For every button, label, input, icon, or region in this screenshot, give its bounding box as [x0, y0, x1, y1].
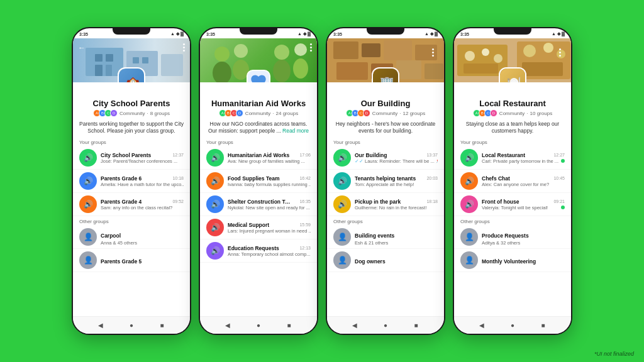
- other-group-4-0[interactable]: 👤 Produce Requests Aditya & 32 others: [454, 226, 571, 249]
- community-type-2: Community: [245, 111, 270, 116]
- phone-notch-3: [367, 28, 404, 35]
- group-name-row-3-0: Our Building 13:37: [355, 152, 438, 158]
- svg-rect-3: [95, 65, 103, 76]
- back-icon-1[interactable]: ←: [78, 43, 86, 52]
- group-list-3: 🔊 Our Building 13:37 ✓✓ Laura: Reminder:…: [327, 146, 444, 316]
- nav-back-icon-4[interactable]: ◀: [477, 321, 486, 330]
- group-name-row-1-2: Parents Grade 4 09:52: [101, 199, 184, 205]
- nav-home-icon-3[interactable]: ●: [381, 321, 390, 330]
- community-type-1: Community: [119, 111, 145, 116]
- group-item-1-1[interactable]: 🔊 Parents Grade 6 10:18 Amelia: Have a m…: [73, 170, 190, 193]
- pin-icon-3-0: 📌: [436, 158, 438, 163]
- status-icons-2: ▲ ◆ ▓: [297, 31, 311, 36]
- other-group-msg-1-0: Anna & 45 others: [101, 240, 184, 246]
- community-avatar-1: 🏫: [118, 67, 145, 82]
- group-time-1-2: 09:52: [172, 199, 184, 204]
- group-time-4-2: 09:21: [553, 199, 565, 204]
- svg-point-34: [543, 43, 553, 53]
- unread-dot-4-2: [561, 206, 565, 209]
- nav-recent-icon-1[interactable]: ■: [158, 321, 167, 330]
- other-group-name-3-0: Building events: [355, 233, 394, 239]
- svg-rect-25: [425, 63, 443, 79]
- bottom-bar-3: ◀ ● ■: [327, 316, 444, 334]
- other-group-3-0[interactable]: 👤 Building events Esh & 21 others: [327, 226, 444, 249]
- group-time-1-0: 12:37: [172, 153, 184, 157]
- group-msg-4-0: Carl: Private party tomorrow in the ...: [482, 158, 565, 164]
- group-name-row-2-2: Shelter Construction Team 16:35: [228, 199, 311, 205]
- svg-point-9: [214, 47, 230, 62]
- svg-rect-8: [161, 54, 183, 76]
- your-groups-label-1: Your groups: [73, 137, 190, 146]
- community-groups-3: 12 groups: [403, 111, 426, 116]
- group-name-row-2-1: Food Supplies Team 16:42: [228, 175, 311, 182]
- group-item-2-4[interactable]: 🔊 Education Requests 12:13 Anna: Tempora…: [200, 239, 317, 263]
- group-name-3-1: Tenants helping tenants: [355, 175, 416, 182]
- read-more-2[interactable]: Read more: [282, 128, 309, 134]
- group-avatar-3-2: 🔊: [333, 195, 351, 213]
- other-group-avatar-3-0: 👤: [333, 228, 351, 246]
- header-img-2: [200, 38, 317, 82]
- phone-content-1: City School Parents A B C D Community · …: [73, 82, 190, 316]
- group-avatar-1-2: 🔊: [79, 195, 97, 213]
- group-name-2-0: Humanitarian Aid Works: [228, 152, 289, 158]
- group-item-1-2[interactable]: 🔊 Parents Grade 4 09:52 Sam: any info on…: [73, 193, 190, 216]
- group-item-3-1[interactable]: 🔊 Tenants helping tenants 20:03 Tom: App…: [327, 170, 444, 193]
- group-msg-2-4: Anna: Temporary school almost comp...: [228, 251, 311, 257]
- group-msg-2-2: Nykolai: New site open and ready for ...: [228, 205, 311, 211]
- status-time-4: 3:35: [460, 32, 469, 36]
- phone-notch-2: [240, 28, 277, 35]
- svg-point-30: [494, 54, 502, 63]
- other-groups-label-1: Other groups: [73, 216, 190, 226]
- group-time-2-0: 17:06: [299, 153, 311, 157]
- phone-content-4: Local Restaurant A B C D Community · 10 …: [454, 82, 571, 316]
- group-info-1-2: Parents Grade 4 09:52 Sam: any info on t…: [101, 199, 184, 211]
- group-name-1-0: City School Parents: [101, 152, 151, 158]
- nav-recent-icon-4[interactable]: ■: [539, 321, 548, 330]
- group-time-3-1: 20:03: [426, 176, 438, 180]
- other-group-info-1-0: Carpool Anna & 45 others: [101, 229, 184, 246]
- nav-home-icon-1[interactable]: ●: [127, 321, 136, 330]
- group-msg-3-2: Guilherme: No rain in the forecast!: [355, 205, 438, 211]
- group-item-2-2[interactable]: 🔊 Shelter Construction Team 16:35 Nykola…: [200, 193, 317, 216]
- menu-icon-2[interactable]: [310, 43, 312, 52]
- checkmark-3-0: ✓✓: [355, 158, 364, 164]
- group-avatar-3-0: 🔊: [333, 149, 351, 167]
- group-item-4-2[interactable]: 🔊 Front of house 09:21 Valeryia: Tonight…: [454, 193, 571, 216]
- nav-back-icon-2[interactable]: ◀: [223, 321, 232, 330]
- svg-point-35: [557, 50, 565, 58]
- group-name-2-1: Food Supplies Team: [228, 175, 280, 182]
- svg-point-28: [465, 51, 475, 61]
- nav-back-icon-3[interactable]: ◀: [350, 321, 359, 330]
- other-group-avatar-3-1: 👤: [333, 251, 351, 269]
- other-group-1-1[interactable]: 👤 Parents Grade 5: [73, 249, 190, 272]
- heart-hands-icon: [250, 73, 267, 82]
- other-group-1-0[interactable]: 👤 Carpool Anna & 45 others: [73, 226, 190, 249]
- group-info-2-3: Medical Support 15:59 Lars: Injured preg…: [228, 222, 311, 234]
- group-item-3-0[interactable]: 🔊 Our Building 13:37 ✓✓ Laura: Reminder:…: [327, 146, 444, 170]
- group-item-2-0[interactable]: 🔊 Humanitarian Aid Works 17:06 Ava: New …: [200, 146, 317, 170]
- nav-home-icon-4[interactable]: ●: [508, 321, 517, 330]
- menu-icon-1[interactable]: [183, 43, 185, 52]
- other-group-info-1-1: Parents Grade 5: [101, 255, 184, 266]
- group-item-4-1[interactable]: 🔊 Chefs Chat 10:45 Alex: Can anyone cove…: [454, 170, 571, 193]
- group-name-3-0: Our Building: [355, 152, 387, 158]
- group-item-2-3[interactable]: 🔊 Medical Support 15:59 Lars: Injured pr…: [200, 216, 317, 239]
- group-item-4-0[interactable]: 🔊 Local Restaurant 12:27 Carl: Private p…: [454, 146, 571, 170]
- svg-rect-7: [142, 57, 148, 63]
- community-title-3: Our Building: [327, 99, 444, 108]
- group-name-4-0: Local Restaurant: [482, 152, 525, 158]
- bottom-bar-1: ◀ ● ■: [73, 316, 190, 334]
- other-group-3-1[interactable]: 👤 Dog owners: [327, 249, 444, 272]
- other-groups-label-4: Other groups: [454, 216, 571, 226]
- other-group-4-1[interactable]: 👤 Monthly Volunteering: [454, 249, 571, 272]
- group-item-1-0[interactable]: 🔊 City School Parents 12:37 José: Parent…: [73, 146, 190, 170]
- nav-back-icon-1[interactable]: ◀: [96, 321, 105, 330]
- your-groups-label-4: Your groups: [454, 137, 571, 146]
- group-item-2-1[interactable]: 🔊 Food Supplies Team 16:42 Ivanna: baby …: [200, 170, 317, 193]
- nav-recent-icon-2[interactable]: ■: [285, 321, 294, 330]
- nav-recent-icon-3[interactable]: ■: [412, 321, 421, 330]
- nav-home-icon-2[interactable]: ●: [254, 321, 263, 330]
- group-item-3-2[interactable]: 🔊 Pickup in the park 18:18 Guilherme: No…: [327, 193, 444, 216]
- group-name-2-2: Shelter Construction Team: [228, 199, 291, 205]
- community-groups-4: 10 groups: [530, 111, 553, 116]
